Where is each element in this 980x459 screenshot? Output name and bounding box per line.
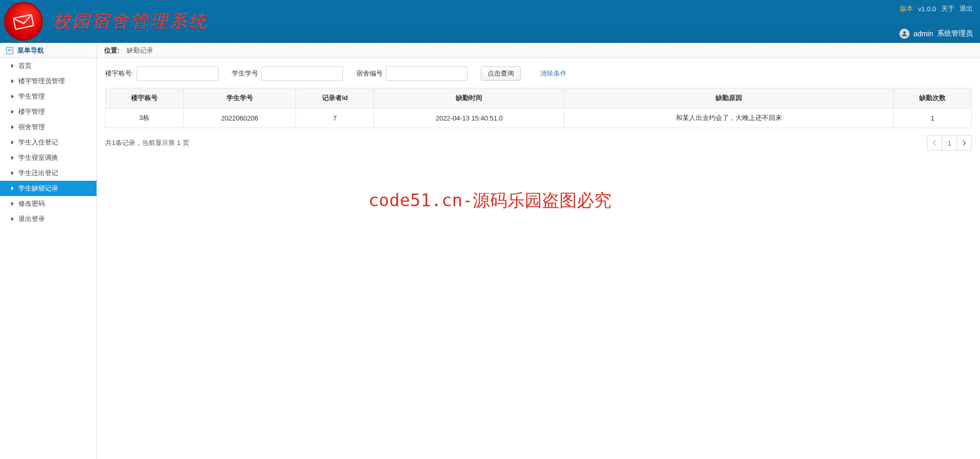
cell-recorder: 7 <box>296 108 374 128</box>
sidebar-header-label: 菜单导航 <box>17 46 44 55</box>
th-count: 缺勤次数 <box>894 88 972 108</box>
caret-right-icon <box>11 202 14 206</box>
filter-dorm: 宿舍编号 <box>356 66 468 81</box>
sidebar-item-home[interactable]: 首页 <box>0 58 96 74</box>
absence-table: 楼宇栋号 学生学号 记录者id 缺勤时间 缺勤原因 缺勤次数 3栋 202206… <box>105 88 972 128</box>
sidebar-item-building-manage[interactable]: 楼宇管理 <box>0 104 96 119</box>
table-header-row: 楼宇栋号 学生学号 记录者id 缺勤时间 缺勤原因 缺勤次数 <box>106 88 972 108</box>
content: 楼宇栋号: 学生学号 宿舍编号 点击查询 清除条件 <box>97 58 980 159</box>
top-links: 版本 v1.0.0 关于 退出 <box>900 4 973 13</box>
caret-right-icon <box>11 64 14 68</box>
filter-student: 学生学号 <box>232 66 343 81</box>
th-building: 楼宇栋号 <box>106 88 184 108</box>
version-value: v1.0.0 <box>918 5 936 13</box>
pager-next[interactable] <box>957 135 972 151</box>
app-logo <box>4 2 43 41</box>
user-icon <box>901 30 908 37</box>
work-area: 菜单导航 首页 楼宇管理员管理 学生管理 楼宇管理 宿舍管理 学生入住登记 学生… <box>0 43 980 459</box>
filter-building-input[interactable] <box>137 66 218 81</box>
sidebar-item-label: 学生管理 <box>18 92 45 101</box>
sidebar-item-swap[interactable]: 学生寝室调换 <box>0 150 96 165</box>
sidebar-item-label: 退出登录 <box>18 214 45 224</box>
sidebar-item-label: 学生缺寝记录 <box>18 184 58 193</box>
envelope-icon <box>11 9 36 34</box>
sidebar-item-label: 楼宇管理 <box>18 107 45 116</box>
filter-bar: 楼宇栋号: 学生学号 宿舍编号 点击查询 清除条件 <box>105 66 972 81</box>
sidebar-item-building-admin[interactable]: 楼宇管理员管理 <box>0 74 96 89</box>
pager: 1 <box>927 135 972 151</box>
sidebar-item-label: 学生入住登记 <box>18 138 58 147</box>
cell-building: 3栋 <box>106 108 184 128</box>
sidebar-item-label: 楼宇管理员管理 <box>18 77 65 86</box>
username: admin <box>914 30 933 38</box>
cell-time: 2022-04-13 15:40:51.0 <box>374 108 565 128</box>
user-row: admin 系统管理员 <box>899 29 973 39</box>
caret-right-icon <box>11 140 14 144</box>
caret-right-icon <box>11 94 14 99</box>
app-title: 校园宿舍管理系统 <box>53 10 208 33</box>
sidebar-item-dorm-manage[interactable]: 宿舍管理 <box>0 119 96 135</box>
sidebar-item-checkin[interactable]: 学生入住登记 <box>0 135 96 150</box>
sidebar-item-label: 学生寝室调换 <box>18 153 58 162</box>
cell-student: 2022060206 <box>183 108 296 128</box>
th-time: 缺勤时间 <box>374 88 565 108</box>
about-link[interactable]: 关于 <box>941 4 954 13</box>
filter-dorm-label: 宿舍编号 <box>356 69 383 78</box>
caret-right-icon <box>11 171 14 175</box>
th-student: 学生学号 <box>183 88 296 108</box>
caret-right-icon <box>11 186 14 190</box>
logout-link[interactable]: 退出 <box>960 4 973 13</box>
sidebar-item-checkout[interactable]: 学生迁出登记 <box>0 165 96 181</box>
cell-reason: 和某人出去约会了，大晚上还不回来 <box>565 108 894 128</box>
sidebar-item-label: 首页 <box>18 61 32 70</box>
breadcrumb: 位置: 缺勤记录 <box>97 43 980 58</box>
th-reason: 缺勤原因 <box>565 88 894 108</box>
sidebar-list: 首页 楼宇管理员管理 学生管理 楼宇管理 宿舍管理 学生入住登记 学生寝室调换 … <box>0 58 96 227</box>
sidebar-header: 菜单导航 <box>0 43 96 58</box>
filter-student-input[interactable] <box>261 66 343 81</box>
avatar <box>899 29 910 39</box>
user-role: 系统管理员 <box>937 29 973 38</box>
cell-count: 1 <box>894 108 972 128</box>
sidebar-item-logout[interactable]: 退出登录 <box>0 211 96 227</box>
filter-student-label: 学生学号 <box>232 69 258 78</box>
filter-building: 楼宇栋号: <box>105 66 218 81</box>
caret-right-icon <box>11 79 14 83</box>
sidebar-item-label: 宿舍管理 <box>18 123 45 132</box>
sidebar-item-change-password[interactable]: 修改密码 <box>0 196 96 211</box>
version-label[interactable]: 版本 <box>900 4 913 13</box>
breadcrumb-label: 位置: <box>104 46 119 55</box>
filter-building-label: 楼宇栋号: <box>105 69 134 78</box>
sidebar-item-student-manage[interactable]: 学生管理 <box>0 89 96 104</box>
pager-prev[interactable] <box>927 135 942 151</box>
svg-rect-0 <box>13 14 34 29</box>
clear-button[interactable]: 清除条件 <box>534 66 573 81</box>
sidebar-item-absence[interactable]: 学生缺寝记录 <box>0 181 96 196</box>
table-row: 3栋 2022060206 7 2022-04-13 15:40:51.0 和某… <box>106 108 972 128</box>
breadcrumb-page: 缺勤记录 <box>127 46 153 55</box>
caret-right-icon <box>11 217 14 221</box>
th-recorder: 记录者id <box>296 88 374 108</box>
menu-icon <box>6 47 13 54</box>
pager-summary: 共1条记录，当前显示第 1 页 <box>105 138 189 148</box>
filter-dorm-input[interactable] <box>386 66 468 81</box>
sidebar: 菜单导航 首页 楼宇管理员管理 学生管理 楼宇管理 宿舍管理 学生入住登记 学生… <box>0 43 97 459</box>
sidebar-item-label: 学生迁出登记 <box>18 168 58 178</box>
pager-page-1[interactable]: 1 <box>942 135 957 151</box>
pager-row: 共1条记录，当前显示第 1 页 1 <box>105 135 972 151</box>
caret-right-icon <box>11 125 14 129</box>
search-button[interactable]: 点击查询 <box>481 66 521 81</box>
chevron-right-icon <box>962 140 966 146</box>
top-banner: 校园宿舍管理系统 版本 v1.0.0 关于 退出 admin 系统管理员 <box>0 0 980 43</box>
sidebar-item-label: 修改密码 <box>18 199 45 208</box>
caret-right-icon <box>11 110 14 114</box>
caret-right-icon <box>11 156 14 160</box>
main-panel: 位置: 缺勤记录 楼宇栋号: 学生学号 宿舍编号 点击查询 清除条件 <box>97 43 980 459</box>
chevron-left-icon <box>933 140 937 146</box>
